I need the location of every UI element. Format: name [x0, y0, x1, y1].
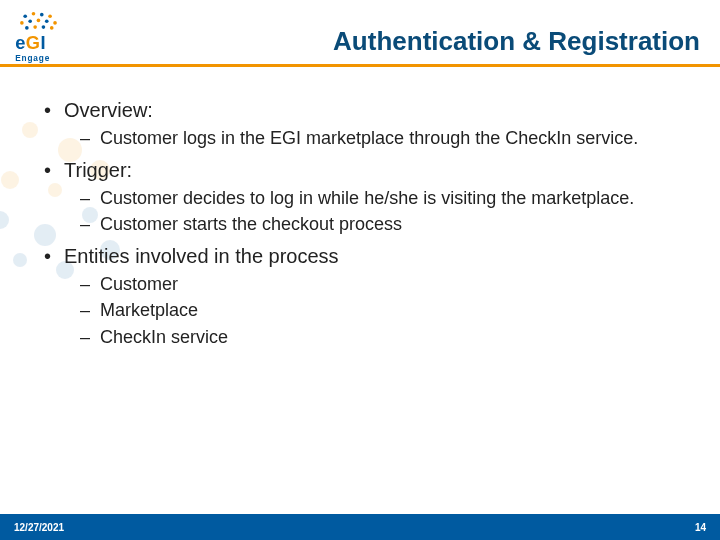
svg-point-13	[32, 12, 36, 16]
svg-point-16	[20, 21, 24, 25]
bullet-entities: Entities involved in the process	[40, 244, 690, 269]
logo-letter-i: I	[40, 33, 45, 53]
logo-letter-e: e	[15, 33, 26, 53]
footer-page-number: 14	[695, 522, 706, 533]
footer-date: 12/27/2021	[14, 522, 64, 533]
title-underline	[0, 64, 720, 67]
svg-point-9	[13, 253, 27, 267]
svg-point-1	[22, 122, 38, 138]
bullet-overview-item: Customer logs in the EGI marketplace thr…	[40, 127, 690, 150]
footer: 12/27/2021 14	[0, 514, 720, 540]
content-area: Overview: Customer logs in the EGI marke…	[40, 90, 690, 348]
svg-point-3	[1, 171, 19, 189]
bullet-entities-item: CheckIn service	[40, 326, 690, 349]
svg-point-19	[45, 19, 49, 23]
slide: eGI Engage Authentication & Registration…	[0, 0, 720, 540]
logo-letter-g: G	[26, 33, 41, 53]
svg-point-6	[0, 211, 9, 229]
svg-point-18	[37, 19, 41, 23]
svg-text:eGI: eGI	[15, 33, 46, 53]
bullet-entities-item: Customer	[40, 273, 690, 296]
svg-point-15	[48, 14, 52, 18]
slide-title: Authentication & Registration	[333, 26, 700, 57]
svg-point-22	[33, 25, 37, 29]
bullet-entities-item: Marketplace	[40, 299, 690, 322]
svg-point-23	[42, 25, 46, 29]
bullet-trigger-item: Customer decides to log in while he/she …	[40, 187, 690, 210]
logo-subtitle: Engage	[15, 54, 50, 63]
svg-point-17	[28, 19, 32, 23]
svg-point-12	[23, 14, 27, 18]
svg-point-21	[25, 26, 29, 30]
bullet-trigger: Trigger:	[40, 158, 690, 183]
bullet-overview: Overview:	[40, 98, 690, 123]
svg-point-24	[50, 26, 54, 30]
logo: eGI Engage	[10, 8, 110, 66]
svg-point-20	[53, 21, 57, 25]
svg-point-14	[40, 13, 44, 17]
bullet-trigger-item: Customer starts the checkout process	[40, 213, 690, 236]
